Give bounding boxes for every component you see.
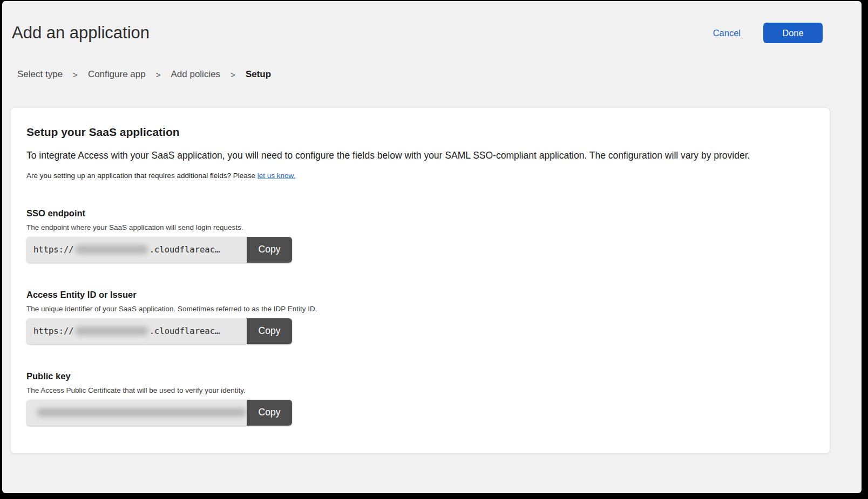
header-actions: Cancel Done [713,23,823,43]
breadcrumb-setup: Setup [246,69,271,80]
access-entity-id-row: https:// .cloudflareac… Copy [26,318,292,344]
value-suffix: .cloudflareac… [150,245,220,255]
note-text: Are you setting up an application that r… [26,172,255,180]
public-key-row: Copy [26,400,292,426]
card-intro: To integrate Access with your SaaS appli… [26,149,808,162]
redacted-value-blur [37,408,246,417]
value-prefix: https:// [33,245,74,255]
breadcrumb: Select type > Configure app > Add polici… [17,69,862,80]
setup-card: Setup your SaaS application To integrate… [10,107,830,454]
let-us-know-link[interactable]: let us know. [257,172,296,180]
copy-button[interactable]: Copy [247,400,292,426]
access-entity-id-description: The unique identifier of your SaaS appli… [26,305,808,313]
additional-fields-note: Are you setting up an application that r… [26,172,808,180]
sso-endpoint-description: The endpoint where your SaaS application… [26,223,808,231]
public-key-description: The Access Public Certificate that will … [26,386,808,394]
field-sso-endpoint: SSO endpoint The endpoint where your Saa… [26,208,808,263]
redacted-value-blur [75,245,148,254]
window-frame: Add an application Cancel Done Select ty… [0,0,868,499]
cancel-button[interactable]: Cancel [713,28,741,38]
breadcrumb-separator: > [156,70,161,79]
public-key-label: Public key [26,371,808,381]
field-access-entity-id: Access Entity ID or Issuer The unique id… [26,290,808,344]
value-suffix: .cloudflareac… [150,326,220,336]
redacted-value-blur [75,326,148,336]
sso-endpoint-row: https:// .cloudflareac… Copy [26,237,292,263]
public-key-value[interactable] [26,400,247,426]
access-entity-id-label: Access Entity ID or Issuer [26,290,808,300]
breadcrumb-separator: > [73,70,78,79]
card-heading: Setup your SaaS application [26,126,808,139]
sso-endpoint-value[interactable]: https:// .cloudflareac… [26,237,247,263]
breadcrumb-add-policies[interactable]: Add policies [171,69,220,80]
top-bar: Add an application Cancel Done [2,1,862,43]
breadcrumb-select-type[interactable]: Select type [17,69,63,80]
access-entity-id-value[interactable]: https:// .cloudflareac… [26,318,247,344]
value-prefix: https:// [33,326,74,336]
page-background: Add an application Cancel Done Select ty… [2,1,862,493]
done-button[interactable]: Done [763,23,823,43]
field-public-key: Public key The Access Public Certificate… [26,371,808,426]
breadcrumb-configure-app[interactable]: Configure app [88,69,146,80]
copy-button[interactable]: Copy [247,237,292,263]
sso-endpoint-label: SSO endpoint [26,208,808,218]
page-title: Add an application [12,23,150,43]
copy-button[interactable]: Copy [247,318,292,344]
breadcrumb-separator: > [230,70,235,79]
